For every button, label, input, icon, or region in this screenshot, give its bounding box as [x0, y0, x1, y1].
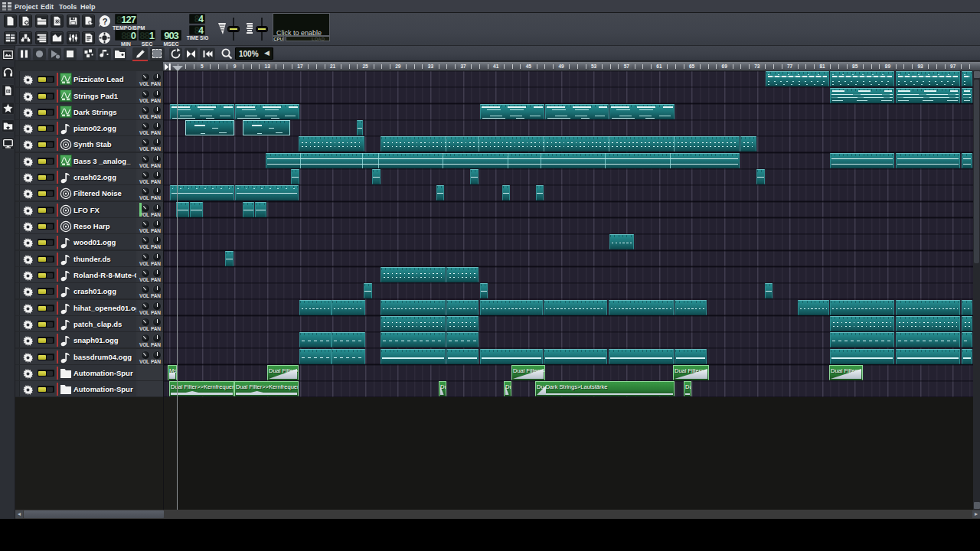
svg-text:?: ?	[102, 16, 107, 25]
